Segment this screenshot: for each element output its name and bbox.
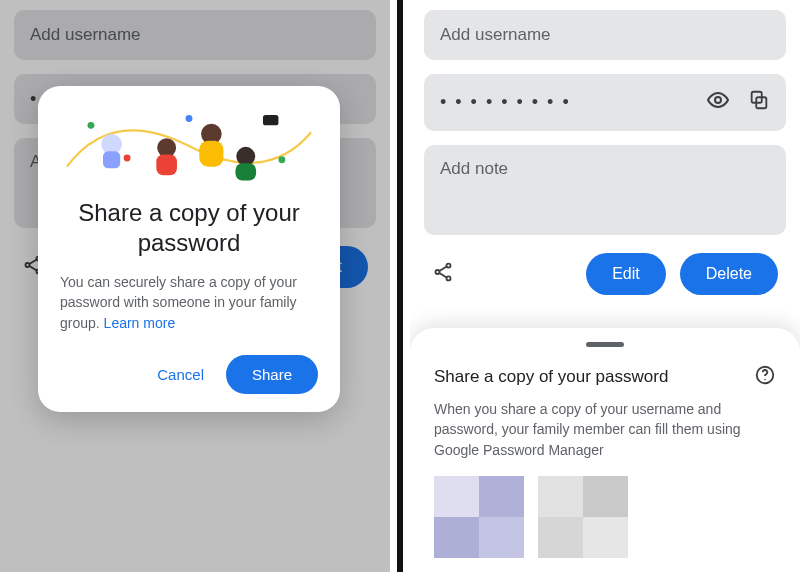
svg-point-27: [764, 379, 765, 380]
username-placeholder: Add username: [30, 25, 141, 45]
svg-rect-16: [235, 163, 256, 180]
svg-line-3: [29, 260, 36, 265]
svg-point-5: [88, 122, 95, 129]
svg-point-7: [186, 115, 193, 122]
username-field[interactable]: Add username: [14, 10, 376, 60]
username-field[interactable]: Add username: [424, 10, 786, 60]
svg-line-25: [439, 273, 446, 278]
svg-rect-17: [263, 115, 278, 125]
svg-rect-14: [199, 141, 223, 167]
sheet-body: When you share a copy of your username a…: [434, 399, 776, 460]
svg-point-8: [278, 156, 285, 163]
dialog-body: You can securely share a copy of your pa…: [60, 272, 318, 333]
family-member-avatar[interactable]: [434, 476, 524, 558]
svg-point-18: [715, 97, 721, 103]
svg-point-22: [435, 270, 439, 274]
drag-handle[interactable]: [586, 342, 624, 347]
edit-button[interactable]: Edit: [586, 253, 666, 295]
share-dialog: Share a copy of your password You can se…: [38, 86, 340, 412]
note-placeholder: Add note: [440, 159, 508, 179]
learn-more-link[interactable]: Learn more: [104, 315, 176, 331]
screenshot-right: Add username • • • • • • • • • Add note …: [410, 0, 800, 572]
svg-rect-12: [156, 155, 177, 176]
password-field[interactable]: • • • • • • • • •: [424, 74, 786, 131]
svg-point-21: [446, 264, 450, 268]
svg-point-6: [124, 155, 131, 162]
dialog-illustration: [60, 100, 318, 192]
share-icon[interactable]: [432, 261, 454, 287]
svg-point-23: [446, 276, 450, 280]
screenshot-divider: [390, 0, 410, 572]
svg-point-1: [25, 263, 29, 267]
username-placeholder: Add username: [440, 25, 551, 45]
dialog-title: Share a copy of your password: [60, 198, 318, 258]
family-member-avatar[interactable]: [538, 476, 628, 558]
family-member-list: [434, 476, 776, 558]
note-field[interactable]: Add note: [424, 145, 786, 235]
cancel-button[interactable]: Cancel: [153, 358, 208, 391]
svg-point-15: [236, 147, 255, 166]
svg-line-24: [439, 267, 446, 272]
copy-icon[interactable]: [748, 89, 770, 116]
svg-line-4: [29, 266, 36, 271]
sheet-title: Share a copy of your password: [434, 367, 668, 387]
help-icon[interactable]: [748, 363, 776, 391]
action-row: Edit Delete: [424, 249, 786, 295]
password-masked-value: • • • • • • • • •: [440, 92, 571, 113]
share-button[interactable]: Share: [226, 355, 318, 394]
screenshot-left: Add username • • • • • • • • • Add note …: [0, 0, 390, 572]
dialog-actions: Cancel Share: [60, 355, 318, 394]
svg-rect-10: [103, 151, 120, 168]
dialog-body-text: You can securely share a copy of your pa…: [60, 274, 297, 331]
share-bottom-sheet: Share a copy of your password When you s…: [410, 328, 800, 572]
svg-point-11: [157, 138, 176, 157]
delete-button[interactable]: Delete: [680, 253, 778, 295]
visibility-icon[interactable]: [706, 88, 730, 117]
